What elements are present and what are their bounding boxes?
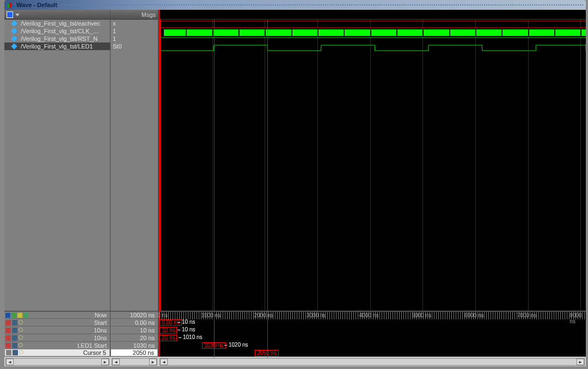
value-cell: 1: [111, 35, 158, 43]
ruler-tick-label: 7000 ns: [517, 312, 537, 318]
left-scroll[interactable]: ◄►: [5, 358, 109, 366]
config-icon[interactable]: [12, 328, 17, 333]
ruler-tick-label: 6000 ns: [464, 312, 484, 318]
config-icon[interactable]: [13, 350, 18, 355]
bottom-scrollbar-strip: ◄► ◄► ◄►: [4, 356, 586, 366]
signal-icon: [11, 35, 17, 41]
svg-rect-2: [12, 5, 14, 8]
value-cell: St0: [111, 43, 158, 50]
now-label: Now: [29, 312, 110, 318]
cursor-value[interactable]: 20 ns: [111, 334, 158, 341]
wave-app-icon: [7, 1, 14, 9]
scroll-right-icon[interactable]: ►: [149, 359, 157, 365]
scroll-left-icon[interactable]: ◄: [112, 359, 120, 365]
signal-icon: [11, 28, 17, 34]
cursor-label: LED1 Start: [23, 342, 110, 349]
signal-name-pane[interactable]: /Verilog_First_vlg_tst/eachvec /Verilog_…: [4, 10, 111, 356]
signal-name: /Verilog_First_vlg_tst/LED1: [21, 43, 93, 50]
signal-row[interactable]: /Verilog_First_vlg_tst/CLK_…: [4, 27, 110, 35]
cursor-label: 10ns: [23, 335, 110, 341]
signal-name: /Verilog_First_vlg_tst/eachvec: [21, 20, 100, 27]
active-cursor-row[interactable]: Cursor 5: [4, 349, 110, 356]
wave-header: [160, 10, 586, 20]
value-cell: 1: [111, 27, 158, 35]
tool-icon[interactable]: [5, 313, 10, 318]
tool-icon[interactable]: [17, 313, 22, 318]
signal-name: /Verilog_First_vlg_tst/RST_N: [21, 35, 97, 42]
color-icon[interactable]: [19, 320, 23, 324]
object-cube-icon[interactable]: [7, 11, 13, 18]
cursor-row[interactable]: 10ns: [4, 326, 110, 334]
signal-icon: [11, 43, 17, 49]
cursor-delta-marker: 10 ns: [180, 319, 197, 326]
signal-list[interactable]: /Verilog_First_vlg_tst/eachvec /Verilog_…: [4, 20, 110, 311]
lock-icon[interactable]: [5, 335, 11, 341]
ruler-tick-label: 0 ns: [157, 312, 168, 318]
ruler-tick-label: 3000 ns: [307, 312, 326, 318]
signal-name: /Verilog_First_vlg_tst/CLK_…: [21, 28, 99, 34]
config-icon[interactable]: [12, 343, 17, 348]
time-ruler[interactable]: 0 ns1000 ns2000 ns3000 ns4000 ns5000 ns6…: [160, 312, 586, 319]
cursor-time-marker[interactable]: 0.00 ns: [160, 319, 182, 326]
cursor-value[interactable]: 1030 ns: [111, 341, 158, 349]
cursor-row[interactable]: 10ns: [4, 334, 110, 341]
lock-icon[interactable]: [6, 350, 11, 355]
cursor-label: Start: [23, 319, 110, 326]
signal-icon: [11, 20, 17, 26]
ruler-tick-label: 1000 ns: [201, 312, 221, 318]
cursor-value[interactable]: 10 ns: [111, 326, 158, 334]
wave-footer[interactable]: 0 ns1000 ns2000 ns3000 ns4000 ns5000 ns6…: [160, 311, 586, 356]
lock-icon[interactable]: [5, 328, 11, 333]
color-icon[interactable]: [19, 343, 23, 347]
val-scroll[interactable]: ◄►: [112, 358, 157, 366]
svg-rect-0: [8, 4, 9, 8]
dropdown-icon[interactable]: [15, 14, 20, 16]
signal-row[interactable]: /Verilog_First_vlg_tst/RST_N: [4, 35, 110, 43]
lock-icon[interactable]: [5, 320, 11, 325]
color-icon[interactable]: [19, 328, 23, 332]
cursor-row[interactable]: Start: [4, 318, 110, 326]
scroll-right-icon[interactable]: ►: [101, 359, 109, 365]
ruler-tick-label: 2000 ns: [254, 312, 273, 318]
config-icon[interactable]: [12, 335, 17, 341]
now-row: Now: [4, 311, 110, 318]
now-value: 10020 ns: [111, 311, 158, 318]
tool-icon[interactable]: [23, 313, 28, 318]
cursor-delta-marker: 1020 ns: [227, 342, 250, 349]
cursor-value[interactable]: 0.00 ns: [111, 318, 158, 326]
cursor-delta-marker: 10 ns: [180, 327, 197, 334]
window-title: Wave - Default: [16, 2, 57, 8]
cursor-row[interactable]: LED1 Start: [4, 341, 110, 349]
msgs-header[interactable]: Msgs: [111, 10, 158, 20]
value-pane[interactable]: Msgs x 1 1 St0 10020 ns 0.00 ns 10 ns 20…: [111, 10, 158, 356]
msgs-label: Msgs: [142, 11, 156, 18]
scroll-left-icon[interactable]: ◄: [160, 359, 168, 365]
config-icon[interactable]: [12, 320, 17, 325]
signal-row[interactable]: /Verilog_First_vlg_tst/LED1: [4, 43, 110, 50]
cursor-label: Cursor 5: [23, 349, 109, 356]
titlebar[interactable]: Wave - Default: [4, 0, 586, 10]
signal-row[interactable]: /Verilog_First_vlg_tst/eachvec: [4, 20, 110, 27]
ruler-tick-label: 5000 ns: [412, 312, 431, 318]
cursor-time-marker[interactable]: 2050 ns: [255, 350, 279, 356]
cursor-label: 10ns: [23, 327, 110, 334]
cursor-time-marker[interactable]: 10 ns: [160, 327, 177, 334]
wave-body[interactable]: [160, 20, 586, 311]
scroll-left-icon[interactable]: ◄: [6, 359, 14, 365]
scroll-right-icon[interactable]: ►: [577, 359, 584, 365]
lock-icon[interactable]: [5, 343, 11, 348]
waveform-pane[interactable]: 0 ns1000 ns2000 ns3000 ns4000 ns5000 ns6…: [158, 10, 586, 356]
color-icon[interactable]: [19, 350, 23, 354]
cursor-delta-marker: 1010 ns: [181, 335, 204, 341]
active-cursor-value[interactable]: 2050 ns: [111, 349, 158, 356]
titlebar-decor: [62, 4, 584, 5]
tool-icon[interactable]: [11, 313, 16, 318]
value-cell: x: [111, 20, 158, 27]
wave-scroll[interactable]: ◄►: [160, 358, 585, 366]
ruler-tick-label: 4000 ns: [359, 312, 379, 318]
signal-header[interactable]: [4, 10, 110, 20]
color-icon[interactable]: [19, 335, 23, 340]
cursor-time-marker[interactable]: 20 ns: [160, 335, 177, 341]
svg-rect-1: [10, 3, 11, 8]
